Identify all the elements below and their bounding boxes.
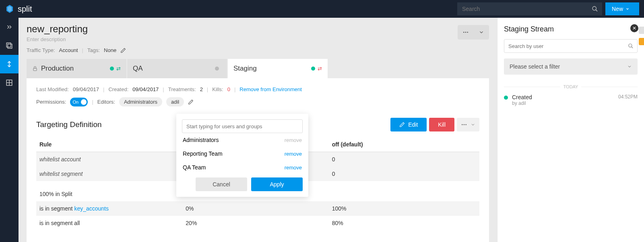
stream-event: Created by adil 04:52PM	[504, 94, 638, 106]
popover-search-input[interactable]	[182, 119, 303, 133]
rail-splits-icon[interactable]	[0, 55, 19, 73]
editors-popover: Administrators remove Reporting Team rem…	[176, 114, 308, 197]
col-off: off (default)	[329, 137, 479, 152]
topbar: split New	[0, 0, 644, 18]
svg-point-8	[463, 32, 464, 33]
rule-cell: whitelist account	[36, 152, 182, 167]
kills-value: 0	[227, 86, 230, 92]
lock-icon	[32, 66, 38, 71]
popover-row: Administrators remove	[182, 133, 303, 147]
last-modified-value: 09/04/2017	[73, 86, 99, 92]
env-tab-label: Production	[41, 65, 74, 73]
new-button[interactable]: New	[605, 2, 639, 15]
feature-meta-row: Traffic Type: Account | Tags: None	[27, 47, 489, 53]
status-dot	[215, 67, 219, 71]
status-dot	[110, 67, 114, 71]
rail-toggle[interactable]	[0, 18, 19, 36]
env-tab-staging[interactable]: Staging ⇄	[228, 59, 328, 78]
targeting-heading: Targeting Definition	[36, 120, 102, 129]
new-button-label: New	[612, 6, 623, 12]
off-cell: 0	[329, 167, 479, 181]
traffic-type-label: Traffic Type:	[27, 47, 55, 53]
cancel-button[interactable]: Cancel	[196, 177, 247, 191]
table-row: is in segment all 20% 80%	[36, 216, 479, 230]
rule-cell: is in segment key_accounts	[36, 201, 182, 216]
tags-value: None	[104, 47, 116, 53]
traffic-type-value: Account	[59, 47, 78, 53]
off-cell: 100%	[329, 201, 479, 216]
feature-title: new_reporting	[27, 23, 88, 35]
kill-button-label: Kill	[438, 121, 446, 128]
popover-row-name: Reporting Team	[183, 150, 223, 157]
feature-description-placeholder[interactable]: Enter description	[27, 36, 88, 42]
created-label: Created:	[108, 86, 128, 92]
svg-rect-2	[6, 43, 11, 47]
side-tab[interactable]	[639, 38, 644, 45]
last-modified-label: Last Modified:	[36, 86, 69, 92]
svg-rect-11	[33, 68, 37, 71]
svg-point-9	[465, 32, 466, 33]
stream-user-search[interactable]	[504, 39, 638, 53]
table-row: is in segment key_accounts 0% 100%	[36, 201, 479, 216]
edit-button-label: Edit	[408, 121, 418, 128]
svg-point-0	[592, 6, 596, 10]
status-dot	[311, 67, 315, 71]
left-rail	[0, 18, 19, 242]
off-cell: 80%	[329, 216, 479, 230]
rule-cell: is in segment all	[36, 216, 182, 230]
chevron-down-icon[interactable]	[474, 29, 489, 35]
edit-button[interactable]: Edit	[390, 118, 427, 131]
on-cell: 0%	[182, 201, 328, 216]
stat-row: Last Modified: 09/04/2017 | Created: 09/…	[36, 86, 479, 92]
editors-label: Editors:	[97, 99, 115, 105]
apply-button-label: Apply	[270, 181, 284, 188]
svg-point-10	[467, 32, 468, 33]
col-rule: Rule	[36, 137, 182, 152]
sync-icon: ⇄	[318, 66, 322, 72]
treatments-value: 2	[200, 86, 203, 92]
popover-row-name: Administrators	[183, 137, 219, 143]
remove-from-env-link[interactable]: Remove from Environment	[239, 86, 302, 92]
apply-button[interactable]: Apply	[251, 177, 303, 191]
tags-label: Tags:	[87, 47, 100, 53]
edit-tags-icon[interactable]	[120, 48, 126, 53]
brand-logo[interactable]: split	[5, 4, 32, 14]
created-value: 09/04/2017	[132, 86, 159, 92]
stream-panel: Staging Stream ✕ Please select a filter …	[497, 18, 644, 242]
remove-link[interactable]: remove	[285, 137, 302, 143]
rail-stack-icon[interactable]	[0, 36, 19, 55]
popover-row: Reporting Team remove	[182, 147, 303, 161]
search-icon	[628, 43, 634, 49]
svg-point-14	[465, 124, 466, 125]
toggle-label: On	[72, 100, 78, 104]
env-tab-label: QA	[133, 65, 143, 73]
search-icon	[592, 6, 598, 12]
remove-link[interactable]: remove	[285, 151, 302, 157]
env-tab-qa[interactable]: QA	[127, 59, 227, 78]
popover-row-name: QA Team	[183, 164, 206, 171]
on-cell: 20%	[182, 216, 328, 230]
permissions-label: Permissions:	[36, 99, 66, 105]
close-icon[interactable]: ✕	[630, 24, 638, 32]
side-tabs	[639, 18, 644, 242]
feature-actions	[458, 25, 489, 40]
permissions-toggle[interactable]: On	[70, 98, 88, 106]
stream-title: Staging Stream	[504, 25, 638, 33]
kill-button[interactable]: Kill	[429, 118, 454, 131]
targeting-more[interactable]	[457, 118, 479, 131]
side-tab[interactable]	[639, 27, 644, 34]
rail-grid-icon[interactable]	[0, 73, 19, 92]
env-tab-production[interactable]: Production ⇄	[27, 59, 126, 78]
svg-rect-3	[8, 44, 12, 48]
global-search-input[interactable]	[457, 2, 602, 15]
svg-point-15	[629, 44, 632, 47]
remove-link[interactable]: remove	[285, 165, 302, 171]
chevron-down-icon	[627, 64, 632, 69]
chevron-down-icon	[625, 7, 630, 11]
more-icon[interactable]	[458, 29, 474, 35]
stream-filter-select[interactable]: Please select a filter	[504, 58, 638, 75]
env-tab-label: Staging	[233, 65, 257, 73]
segment-link[interactable]: key_accounts	[74, 205, 109, 212]
edit-editors-icon[interactable]	[188, 99, 194, 105]
rule-cell: whitelist segment	[36, 167, 182, 181]
